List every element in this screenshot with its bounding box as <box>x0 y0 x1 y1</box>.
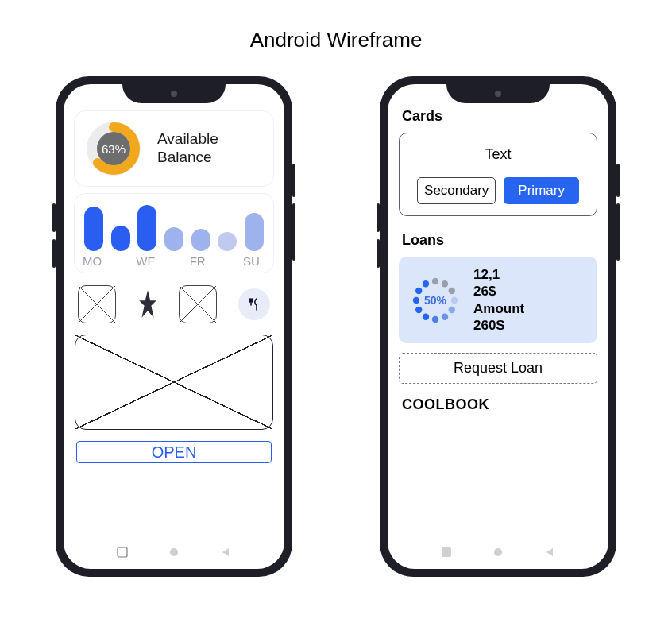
svg-point-13 <box>413 296 419 303</box>
nav-home-icon[interactable] <box>170 548 178 556</box>
week-chart[interactable]: MOWEFRSU <box>75 194 273 273</box>
svg-point-5 <box>442 280 448 287</box>
phones-container: 63% Available Balance MOWEFRSU <box>16 76 656 577</box>
svg-point-7 <box>451 296 458 303</box>
svg-point-4 <box>432 277 438 284</box>
svg-point-11 <box>423 313 429 319</box>
nav-back-icon[interactable] <box>544 547 555 558</box>
phone-right: Cards Text Secondary Primary Loans 50% 1… <box>380 76 616 577</box>
nav-bar <box>388 540 608 564</box>
notch-icon <box>122 84 226 103</box>
balance-card[interactable]: 63% Available Balance <box>75 111 273 186</box>
chart-bar <box>191 229 210 251</box>
chart-bar <box>137 205 156 251</box>
coolbook-title: COOLBOOK <box>402 396 594 413</box>
image-placeholder[interactable] <box>78 285 116 323</box>
nav-back-icon[interactable] <box>220 547 231 558</box>
svg-point-9 <box>442 313 448 319</box>
svg-point-12 <box>415 306 422 312</box>
nav-recent-icon[interactable] <box>117 547 128 558</box>
utensils-icon[interactable] <box>238 288 270 320</box>
svg-rect-3 <box>118 547 127 557</box>
large-image-placeholder[interactable] <box>75 335 273 430</box>
chart-bar <box>245 213 264 251</box>
screen-right: Cards Text Secondary Primary Loans 50% 1… <box>388 84 608 569</box>
cards-panel: Text Secondary Primary <box>399 133 597 216</box>
primary-button[interactable]: Primary <box>504 177 579 204</box>
chart-label: FR <box>190 254 212 268</box>
svg-point-14 <box>415 287 422 293</box>
chart-label: WE <box>136 254 158 268</box>
screen-left: 63% Available Balance MOWEFRSU <box>64 84 284 569</box>
chart-bar <box>164 227 183 251</box>
secondary-button[interactable]: Secondary <box>417 177 496 204</box>
open-button[interactable]: OPEN <box>76 441 272 463</box>
chart-label: MO <box>83 254 105 268</box>
icons-row <box>78 285 270 323</box>
page-title: Android Wireframe <box>16 28 656 52</box>
chart-bar <box>84 207 103 251</box>
chart-bar <box>218 232 237 251</box>
chart-bar <box>111 226 130 251</box>
cards-text: Text <box>407 146 589 163</box>
request-loan-button[interactable]: Request Loan <box>399 353 597 384</box>
gauge-value: 63% <box>97 132 130 165</box>
cards-title: Cards <box>402 108 594 125</box>
svg-point-15 <box>423 280 429 287</box>
svg-point-10 <box>432 315 438 322</box>
loans-title: Loans <box>402 232 594 249</box>
svg-point-8 <box>449 306 455 312</box>
phone-left: 63% Available Balance MOWEFRSU <box>56 76 292 577</box>
nav-home-icon[interactable] <box>494 548 502 556</box>
nav-recent-icon[interactable] <box>441 547 452 558</box>
notch-icon <box>446 84 550 103</box>
gauge-icon: 63% <box>84 119 143 178</box>
chart-label: SU <box>243 254 265 268</box>
balance-label: Available Balance <box>157 130 218 167</box>
star-icon[interactable] <box>137 288 158 320</box>
svg-rect-16 <box>442 547 451 557</box>
loan-text: 12,1 26$ Amount 260S <box>473 266 524 334</box>
spinner-value: 50% <box>424 294 446 307</box>
image-placeholder[interactable] <box>179 285 217 323</box>
spinner-icon: 50% <box>408 273 462 327</box>
svg-point-6 <box>449 287 455 293</box>
loan-card[interactable]: 50% 12,1 26$ Amount 260S <box>399 257 597 343</box>
nav-bar <box>64 540 284 564</box>
